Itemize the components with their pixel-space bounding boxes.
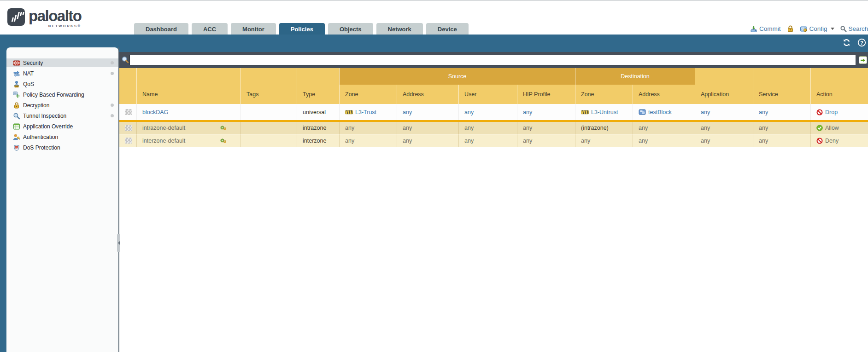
column-header-dest-address[interactable]: Address: [633, 85, 695, 104]
policies-sidebar: Security NAT QoS QoS: [6, 47, 118, 352]
column-header-source-address[interactable]: Address: [397, 85, 459, 104]
application: any: [701, 125, 710, 131]
sidebar-item-tunnel-inspection[interactable]: Tunnel Inspection: [6, 111, 118, 120]
address-group-icon: [639, 109, 646, 115]
tab-acc[interactable]: ACC: [192, 23, 228, 35]
brand-name: paloalto: [29, 7, 82, 24]
authentication-icon: [13, 133, 20, 141]
tab-device[interactable]: Device: [426, 23, 469, 35]
rule-row-intrazone-default[interactable]: intrazone-default intrazone any any any: [119, 122, 868, 134]
source-user-link[interactable]: any: [464, 109, 474, 115]
type-cell: interzone: [303, 138, 326, 144]
source-user: any: [464, 125, 474, 131]
column-header-source-zone[interactable]: Zone: [340, 85, 397, 104]
rule-row-blockdag[interactable]: blockDAG universal L3-Trust any any any: [119, 104, 868, 120]
sidebar-item-label: NAT: [23, 70, 34, 77]
sidebar-item-application-override[interactable]: Application Override: [6, 122, 118, 131]
sidebar-item-label: Policy Based Forwarding: [23, 92, 84, 98]
column-header-type[interactable]: Type: [297, 85, 340, 104]
sidebar-item-label: DoS Protection: [23, 144, 60, 151]
panos-app: paloalto NETWORKS® Dashboard ACC Monitor…: [0, 0, 868, 352]
source-address-link[interactable]: any: [403, 109, 412, 115]
paloalto-logo: paloalto NETWORKS®: [7, 8, 82, 28]
column-header-dest-zone[interactable]: Zone: [575, 85, 633, 104]
main-content: Source Destination Name Tags Type Zone A…: [119, 52, 868, 352]
commit-icon: [750, 25, 757, 33]
source-zone-link[interactable]: L3-Trust: [355, 109, 376, 115]
drop-prohibition-icon: [816, 109, 823, 115]
commit-label: Commit: [759, 25, 781, 32]
help-icon[interactable]: ?: [857, 38, 866, 47]
tab-policies[interactable]: Policies: [279, 23, 325, 35]
column-header-source-user[interactable]: User: [459, 85, 517, 104]
sidebar-item-label: QoS: [23, 81, 34, 87]
predefined-settings-gears-icon: [220, 138, 227, 144]
sidebar-item-nat[interactable]: NAT: [6, 69, 118, 78]
rule-filter-input[interactable]: [129, 55, 856, 65]
service-link[interactable]: any: [759, 109, 768, 115]
deny-prohibition-icon: [816, 138, 823, 144]
sidebar-item-security[interactable]: Security: [6, 58, 118, 67]
status-dot: [111, 114, 114, 117]
tunnel-inspection-icon: [13, 112, 20, 120]
type-cell: intrazone: [303, 125, 326, 131]
application-link[interactable]: any: [701, 109, 710, 115]
sidebar-item-policy-based-forwarding[interactable]: Policy Based Forwarding: [6, 90, 118, 99]
source-zone: any: [345, 138, 354, 144]
rule-row-interzone-default[interactable]: interzone-default interzone any any any: [119, 134, 868, 147]
column-header-service[interactable]: Service: [753, 85, 811, 104]
search-icon: [840, 25, 847, 32]
main-tabs: Dashboard ACC Monitor Policies Objects N…: [134, 23, 469, 35]
service: any: [759, 125, 768, 131]
caret-down-icon: [831, 28, 834, 30]
column-header-hip-profile[interactable]: HIP Profile: [517, 85, 575, 104]
column-header-name[interactable]: Name: [137, 85, 241, 104]
hip-profile: any: [523, 125, 532, 131]
column-header-application[interactable]: Application: [695, 85, 753, 104]
group-header-destination: Destination: [575, 68, 695, 85]
apply-filter-button[interactable]: [859, 56, 867, 64]
zone-icon: [345, 110, 353, 115]
hip-profile-link[interactable]: any: [523, 109, 532, 115]
column-header-tags[interactable]: Tags: [241, 85, 297, 104]
tab-objects[interactable]: Objects: [328, 23, 373, 35]
svg-text:QoS: QoS: [15, 86, 19, 87]
dest-address-link[interactable]: testBlock: [648, 109, 672, 115]
rule-name-link[interactable]: blockDAG: [142, 109, 168, 115]
lock-button[interactable]: [786, 25, 794, 33]
go-arrow-icon: [860, 58, 866, 63]
config-menu-button[interactable]: Config: [800, 25, 834, 33]
application: any: [701, 138, 710, 144]
service: any: [759, 138, 768, 144]
sidebar-item-qos[interactable]: QoS QoS: [6, 80, 118, 88]
security-icon: [13, 59, 20, 67]
sidebar-item-decryption[interactable]: Decryption: [6, 101, 118, 110]
lock-icon: [786, 25, 794, 33]
tab-monitor[interactable]: Monitor: [231, 23, 276, 35]
source-address: any: [403, 125, 412, 131]
rule-filter-bar: [119, 52, 868, 68]
refresh-icon[interactable]: [843, 39, 850, 46]
table-column-header-row: Name Tags Type Zone Address User HIP Pro…: [119, 85, 868, 104]
dest-zone: any: [581, 138, 590, 144]
tab-dashboard[interactable]: Dashboard: [134, 23, 188, 35]
column-header-action[interactable]: Action: [811, 85, 868, 104]
action-label: Deny: [825, 138, 839, 144]
utility-links: Commit Config: [750, 25, 868, 33]
commit-button[interactable]: Commit: [750, 25, 781, 33]
sidebar-item-label: Tunnel Inspection: [23, 113, 66, 119]
action-link[interactable]: Drop: [825, 109, 838, 115]
sidebar-item-label: Decryption: [23, 102, 49, 109]
rule-name: interzone-default: [142, 138, 185, 144]
dest-zone-link[interactable]: L3-Untrust: [591, 109, 618, 115]
tab-network[interactable]: Network: [376, 23, 423, 35]
sidebar-collapse-handle[interactable]: [117, 234, 120, 252]
search-button[interactable]: Search: [840, 25, 868, 32]
sidebar-item-dos-protection[interactable]: DoS Protection: [6, 143, 118, 152]
table-group-header-row: Source Destination: [119, 68, 868, 85]
dest-address: any: [639, 125, 648, 131]
sidebar-item-authentication[interactable]: Authentication: [6, 133, 118, 141]
search-label: Search: [849, 25, 868, 32]
status-dot: [111, 104, 114, 107]
config-icon: [800, 25, 808, 33]
